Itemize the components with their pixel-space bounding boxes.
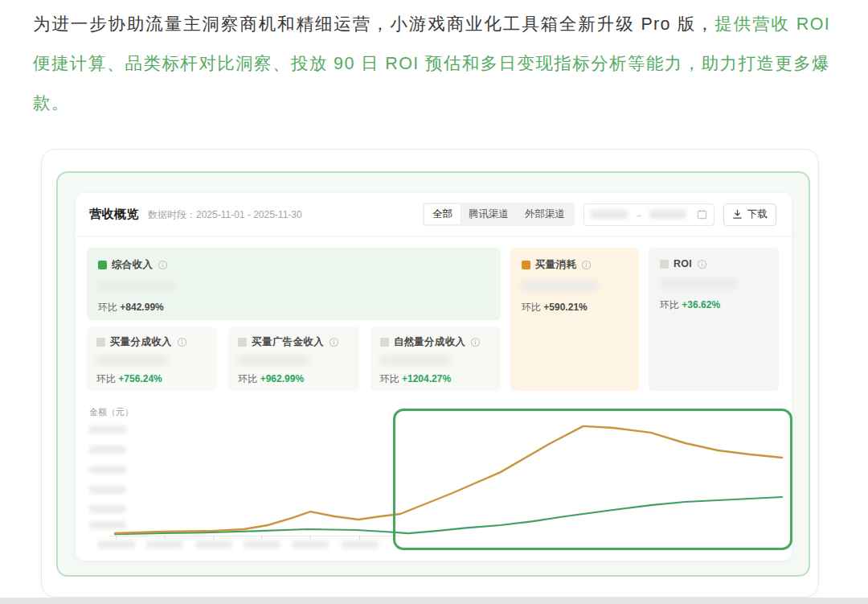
info-icon[interactable] xyxy=(158,260,168,270)
intro-paragraph: 为进一步协助流量主洞察商机和精细运营，小游戏商业化工具箱全新升级 Pro 版，提… xyxy=(33,5,830,123)
delta-value: +1204.27% xyxy=(402,373,451,384)
x-tick-label-redacted xyxy=(195,540,232,549)
redacted-value xyxy=(238,355,309,365)
tab-external-channel[interactable]: 外部渠道 xyxy=(517,204,573,224)
page: 为进一步协助流量主洞察商机和精细运营，小游戏商业化工具箱全新升级 Pro 版，提… xyxy=(0,0,868,604)
redacted-value xyxy=(96,355,167,365)
legend-swatch-orange xyxy=(522,261,530,269)
page-bottom-strip xyxy=(0,598,868,604)
delta-line: 环比 +842.99% xyxy=(98,301,489,314)
dashboard-panel: 营收概览 数据时段：2025-11-01 - 2025-11-30 全部 腾讯渠… xyxy=(56,171,810,577)
card-title: 买量消耗 xyxy=(535,258,576,272)
card-organic-share-income: 自然量分成收入 环比 +1204.27% xyxy=(371,327,501,391)
legend-swatch-green xyxy=(98,261,107,269)
delta-line: 环比 +1204.27% xyxy=(380,372,491,386)
redacted-value xyxy=(660,278,736,289)
x-tick-label-redacted xyxy=(342,540,379,549)
download-button[interactable]: 下载 xyxy=(723,203,776,226)
card-title: 买量分成收入 xyxy=(110,335,172,349)
info-icon[interactable] xyxy=(697,259,707,269)
x-tick-label-redacted xyxy=(292,540,329,549)
x-tick-label-redacted xyxy=(98,540,135,549)
redacted-value xyxy=(522,281,598,291)
download-label: 下载 xyxy=(747,207,768,221)
card-title: 综合收入 xyxy=(112,258,153,272)
x-tick-label-redacted xyxy=(244,540,280,549)
info-icon[interactable] xyxy=(329,337,339,347)
card-roi: ROI 环比 +36.62% xyxy=(649,248,779,391)
legend-swatch-gray xyxy=(660,260,669,269)
tab-all-channels[interactable]: 全部 xyxy=(424,204,461,224)
delta-line: 环比 +962.99% xyxy=(238,372,349,386)
delta-value: +756.24% xyxy=(118,373,162,384)
channel-segmented-control: 全部 腾讯渠道 外部渠道 xyxy=(423,203,575,226)
redacted-value xyxy=(380,355,451,365)
card-purchase-share-income: 买量分成收入 环比 +756.24% xyxy=(87,327,217,391)
legend-swatch-gray xyxy=(380,338,389,347)
legend-swatch-gray xyxy=(238,338,247,347)
delta-line: 环比 +36.62% xyxy=(660,298,768,312)
revenue-overview-card: 营收概览 数据时段：2025-11-01 - 2025-11-30 全部 腾讯渠… xyxy=(76,193,792,561)
info-icon[interactable] xyxy=(581,260,592,270)
stat-cards: 综合收入 环比 +842.99% 买量分成收入 xyxy=(87,248,779,391)
x-tick-label-redacted xyxy=(146,540,183,549)
delta-value: +590.21% xyxy=(543,302,587,313)
data-period: 数据时段：2025-11-01 - 2025-11-30 xyxy=(148,208,302,222)
info-icon[interactable] xyxy=(470,337,481,347)
delta-label: 环比 xyxy=(660,299,679,310)
delta-label: 环比 xyxy=(238,373,257,384)
card-title: 自然量分成收入 xyxy=(394,335,466,349)
legend-swatch-gray xyxy=(96,338,105,347)
delta-label: 环比 xyxy=(380,373,399,384)
end-date-redacted xyxy=(649,210,686,219)
period-value: 2025-11-01 - 2025-11-30 xyxy=(196,209,302,220)
delta-line: 环比 +756.24% xyxy=(96,372,207,386)
card-purchase-cost: 买量消耗 环比 +590.21% xyxy=(510,248,639,391)
tab-tencent-channel[interactable]: 腾讯渠道 xyxy=(461,204,517,224)
delta-label: 环比 xyxy=(522,302,541,313)
delta-value: +842.99% xyxy=(120,302,163,313)
card-purchase-ad-income: 买量广告金收入 环比 +962.99% xyxy=(228,327,358,391)
delta-line: 环比 +590.21% xyxy=(522,301,628,314)
start-date-redacted xyxy=(591,210,628,219)
range-arrow: → xyxy=(634,210,643,219)
card-title: 买量广告金收入 xyxy=(252,335,324,349)
calendar-icon xyxy=(697,209,707,220)
download-icon xyxy=(732,209,743,220)
intro-text-black: 为进一步协助流量主洞察商机和精细运营，小游戏商业化工具箱全新升级 Pro 版， xyxy=(33,14,714,34)
card-header: 营收概览 数据时段：2025-11-01 - 2025-11-30 全部 腾讯渠… xyxy=(76,193,792,236)
redacted-value xyxy=(98,281,174,291)
info-icon[interactable] xyxy=(177,337,187,347)
card-composite-income: 综合收入 环比 +842.99% xyxy=(87,248,501,320)
page-title: 营收概览 xyxy=(89,207,139,222)
delta-value: +962.99% xyxy=(260,373,304,384)
screenshot-frame: 营收概览 数据时段：2025-11-01 - 2025-11-30 全部 腾讯渠… xyxy=(41,149,819,598)
highlight-box xyxy=(393,409,792,550)
card-title: ROI xyxy=(674,258,692,269)
delta-label: 环比 xyxy=(98,302,117,313)
date-range-picker[interactable]: → xyxy=(583,203,714,226)
period-label: 数据时段： xyxy=(148,209,196,220)
delta-label: 环比 xyxy=(96,373,116,384)
delta-value: +36.62% xyxy=(682,299,720,310)
revenue-line-chart: 金额（元） xyxy=(76,401,792,558)
